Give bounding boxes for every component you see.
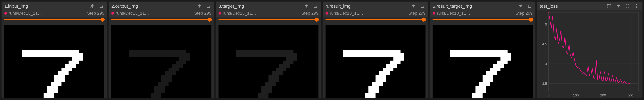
svg-rect-353 <box>482 75 486 78</box>
image-area[interactable] <box>323 24 428 98</box>
svg-rect-333 <box>493 53 497 57</box>
run-name[interactable]: runs/Dec13_11… <box>223 11 256 16</box>
svg-rect-104 <box>168 53 172 57</box>
svg-rect-266 <box>394 61 397 64</box>
svg-rect-202 <box>272 75 276 78</box>
svg-rect-82 <box>147 50 150 53</box>
svg-rect-212 <box>268 86 272 89</box>
popout-icon[interactable] <box>526 3 533 9</box>
svg-rect-27 <box>58 53 61 57</box>
image-area[interactable] <box>216 24 321 98</box>
svg-rect-325 <box>465 53 468 57</box>
pin-icon[interactable] <box>410 3 416 9</box>
toggle-axes-icon[interactable] <box>606 3 612 9</box>
svg-rect-6 <box>40 50 44 53</box>
svg-rect-218 <box>265 93 268 96</box>
pin-icon[interactable] <box>303 3 309 9</box>
svg-rect-247 <box>350 53 354 57</box>
slider-thumb[interactable] <box>422 18 426 22</box>
image-area[interactable] <box>108 24 214 98</box>
step-label: Step 299 <box>301 11 318 16</box>
svg-rect-351 <box>490 71 493 75</box>
svg-rect-308 <box>461 50 465 53</box>
svg-rect-13 <box>65 50 68 53</box>
svg-rect-319 <box>500 50 504 53</box>
svg-rect-257 <box>386 53 390 57</box>
popout-icon[interactable] <box>98 3 104 9</box>
svg-rect-55 <box>51 82 54 86</box>
svg-rect-290 <box>372 89 376 93</box>
step-slider[interactable] <box>216 17 321 24</box>
svg-rect-289 <box>368 89 372 93</box>
pin-icon[interactable] <box>89 3 95 9</box>
svg-rect-350 <box>486 71 490 75</box>
svg-rect-49 <box>54 75 58 78</box>
chart-body[interactable]: 01002003003.544.55 <box>537 10 642 98</box>
svg-rect-252 <box>368 53 372 57</box>
svg-rect-342 <box>500 61 504 64</box>
more-icon[interactable] <box>634 3 640 9</box>
run-color-dot <box>432 12 435 15</box>
slider-thumb[interactable] <box>529 18 533 22</box>
svg-rect-164 <box>276 50 279 53</box>
svg-rect-340 <box>508 57 511 61</box>
slider-track <box>111 19 211 20</box>
svg-rect-156 <box>247 50 250 53</box>
svg-rect-305 <box>450 50 454 53</box>
svg-rect-277 <box>376 75 379 78</box>
svg-rect-124 <box>172 71 176 75</box>
slider-track <box>326 19 426 20</box>
pin-icon[interactable] <box>196 3 202 9</box>
pin-icon[interactable] <box>517 3 524 9</box>
svg-rect-103 <box>165 53 168 57</box>
svg-rect-295 <box>365 96 368 98</box>
image-card-output_img: 2.output_img runs/Dec13_11… Step 299 <box>108 2 214 98</box>
svg-rect-314 <box>482 50 486 53</box>
image-area[interactable] <box>2 24 107 98</box>
run-name[interactable]: runs/Dec13_11… <box>8 11 42 16</box>
svg-rect-115 <box>183 61 186 64</box>
pin-icon[interactable] <box>615 3 621 9</box>
slider-thumb[interactable] <box>315 18 319 22</box>
svg-rect-134 <box>154 86 158 89</box>
svg-rect-321 <box>450 53 454 57</box>
popout-icon[interactable] <box>205 3 212 9</box>
step-slider[interactable] <box>108 17 214 24</box>
svg-rect-122 <box>165 71 168 75</box>
svg-rect-125 <box>161 75 165 78</box>
svg-rect-163 <box>272 50 276 53</box>
fullscreen-icon[interactable] <box>624 3 630 9</box>
run-line: runs/Dec13_11… Step 299 <box>2 10 107 17</box>
svg-rect-117 <box>176 64 179 68</box>
run-name[interactable]: runs/Dec13_11… <box>437 11 470 16</box>
run-name[interactable]: runs/Dec13_11… <box>116 11 149 16</box>
svg-rect-229 <box>343 50 347 53</box>
svg-rect-11 <box>58 50 61 53</box>
svg-rect-26 <box>54 53 58 57</box>
slider-thumb[interactable] <box>208 18 212 22</box>
svg-rect-158 <box>254 50 258 53</box>
svg-rect-254 <box>376 53 379 57</box>
svg-rect-343 <box>504 61 508 64</box>
svg-rect-334 <box>497 53 500 57</box>
svg-rect-208 <box>268 82 272 86</box>
svg-rect-231 <box>350 50 354 53</box>
svg-rect-330 <box>482 53 486 57</box>
svg-rect-327 <box>472 53 476 57</box>
svg-rect-209 <box>272 82 276 86</box>
popout-icon[interactable] <box>312 3 318 9</box>
svg-rect-59 <box>51 86 54 89</box>
svg-rect-269 <box>390 64 393 68</box>
svg-rect-256 <box>383 53 386 57</box>
slider-thumb[interactable] <box>100 18 104 22</box>
run-line: runs/Dec13_11… Step 299 <box>430 10 535 17</box>
run-name[interactable]: runs/Dec13_11… <box>330 11 363 16</box>
svg-rect-30 <box>68 53 72 57</box>
step-slider[interactable] <box>2 17 107 24</box>
svg-rect-90 <box>176 50 179 53</box>
svg-rect-239 <box>379 50 382 53</box>
image-area[interactable] <box>430 24 535 98</box>
step-slider[interactable] <box>430 17 535 24</box>
step-slider[interactable] <box>323 17 428 24</box>
popout-icon[interactable] <box>419 3 426 9</box>
